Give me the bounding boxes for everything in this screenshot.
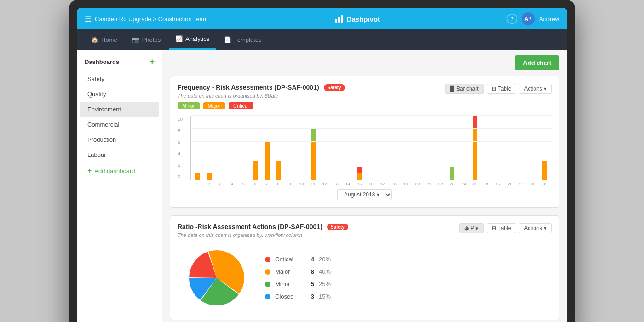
pie-legend-critical: Critical 4 20% [265, 256, 335, 263]
bar-group-4 [226, 116, 238, 180]
bar-group-13 [331, 116, 342, 180]
topbar: ☰ Camden Rd Upgrade > Construction Team … [77, 8, 567, 29]
x-label-9: 9 [284, 182, 296, 186]
pie-btn[interactable]: ◕ Pie [459, 223, 483, 233]
x-label-14: 14 [342, 182, 353, 186]
topbar-logo: Dashpivot [335, 14, 380, 23]
user-name: Andrew [539, 16, 559, 23]
table-btn-2[interactable]: ⊞ Table [487, 223, 517, 233]
x-label-29: 29 [516, 182, 527, 186]
pie-chart [187, 248, 247, 308]
x-label-24: 24 [458, 182, 469, 186]
hamburger-icon[interactable]: ☰ [85, 15, 91, 23]
photos-icon: 📷 [132, 36, 139, 43]
x-label-7: 7 [261, 182, 272, 186]
bar-group-2 [203, 116, 215, 180]
critical-dot [265, 257, 270, 262]
sidebar-item-production[interactable]: Production [80, 132, 159, 147]
add-dashboard-label: Add dashboard [94, 167, 135, 174]
bar-chart-bars-container [192, 116, 551, 180]
svg-rect-0 [335, 19, 337, 23]
bar-group-11 [308, 116, 319, 180]
nav-item-templates[interactable]: 📄 Templates [218, 29, 268, 50]
bar-group-27 [493, 116, 504, 180]
x-label-30: 30 [527, 182, 539, 186]
help-icon[interactable]: ? [507, 14, 517, 24]
actions-btn-1[interactable]: Actions ▾ [519, 84, 552, 94]
x-label-22: 22 [435, 182, 446, 186]
major-value: 8 [305, 268, 314, 275]
sidebar-item-environment[interactable]: Environment [80, 102, 159, 117]
pie-legend-major: Major 8 40% [265, 268, 335, 275]
pie-svg [187, 248, 247, 308]
add-dashboard-button[interactable]: + Add dashboard [80, 162, 159, 179]
bar-minor [450, 167, 454, 180]
svg-rect-1 [338, 17, 340, 23]
sidebar-item-quality[interactable]: Quality [80, 86, 159, 102]
topbar-right: ? AP Andrew [507, 12, 559, 25]
bar-group-29 [516, 116, 527, 180]
breadcrumb: Camden Rd Upgrade > Construction Team [95, 16, 208, 23]
nav-label-analytics: Analytics [185, 35, 209, 42]
bar-major [357, 173, 362, 180]
bar-major [265, 141, 270, 180]
sidebar: Dashboards + Safety Quality Environment … [77, 50, 162, 322]
logo-text: Dashpivot [347, 15, 380, 23]
bar-group-7 [261, 116, 273, 180]
actions-btn-2[interactable]: Actions ▾ [519, 223, 552, 233]
bar-chart-body: 0 2 4 6 8 10 [190, 116, 552, 186]
bar-group-28 [504, 116, 516, 180]
x-label-6: 6 [249, 182, 261, 186]
nav-item-analytics[interactable]: 📈 Analytics [169, 29, 216, 50]
critical-value: 4 [305, 256, 314, 263]
major-pct: 40% [319, 268, 335, 275]
chart-1-controls: ▊ Bar chart ⊞ Table Actions ▾ [445, 84, 552, 94]
table-btn-1[interactable]: ⊞ Table [487, 84, 517, 94]
x-label-25: 25 [470, 182, 481, 186]
x-label-27: 27 [493, 182, 504, 186]
bar-chart-icon: ▊ [450, 86, 454, 92]
bar-group-14 [342, 116, 354, 180]
avatar[interactable]: AP [522, 12, 535, 25]
home-icon: 🏠 [91, 36, 98, 43]
x-label-23: 23 [446, 182, 458, 186]
date-selector[interactable]: August 2018 ▾ [337, 189, 392, 200]
major-label: Major [275, 268, 300, 275]
main-layout: Dashboards + Safety Quality Environment … [77, 50, 567, 322]
critical-pct: 20% [319, 256, 335, 263]
sidebar-item-safety[interactable]: Safety [80, 71, 159, 86]
minor-value: 5 [305, 281, 314, 288]
sidebar-item-commercial[interactable]: Commercial [80, 117, 159, 132]
minor-dot [265, 282, 270, 287]
chart-2-controls: ◕ Pie ⊞ Table Actions ▾ [459, 223, 552, 233]
nav-item-photos[interactable]: 📷 Photos [126, 29, 167, 50]
bar-chart-btn[interactable]: ▊ Bar chart [445, 84, 484, 94]
bar-group-23 [446, 116, 458, 180]
content-header: Add chart [162, 50, 567, 76]
nav-item-home[interactable]: 🏠 Home [85, 29, 124, 50]
sidebar-add-icon[interactable]: + [150, 57, 155, 67]
bar-group-18 [389, 116, 400, 180]
x-label-21: 21 [423, 182, 435, 186]
pie-legend-minor: Minor 5 25% [265, 281, 335, 288]
chart-2-title: Ratio -Risk Assessment Actions (DP-SAF-0… [178, 223, 322, 230]
bar-major [253, 161, 258, 180]
templates-icon: 📄 [224, 36, 231, 43]
chart-1-badge: Safety [324, 84, 345, 91]
x-label-16: 16 [365, 182, 377, 186]
table-icon-2: ⊞ [492, 225, 496, 231]
sidebar-item-labour[interactable]: Labour [80, 147, 159, 162]
x-label-10: 10 [296, 182, 307, 186]
x-label-11: 11 [307, 182, 319, 186]
table-icon-1: ⊞ [492, 86, 496, 92]
add-chart-button[interactable]: Add chart [515, 55, 559, 70]
bar-group-20 [412, 116, 423, 180]
x-label-28: 28 [504, 182, 516, 186]
chart-1-legend: Minor Major Critical [178, 102, 445, 109]
x-label-2: 2 [203, 182, 214, 186]
y-axis: 0 2 4 6 8 10 [178, 116, 183, 180]
x-label-1: 1 [191, 182, 203, 186]
bar-critical [473, 115, 477, 128]
bar-major [311, 141, 316, 180]
bar-group-25 [470, 116, 481, 180]
